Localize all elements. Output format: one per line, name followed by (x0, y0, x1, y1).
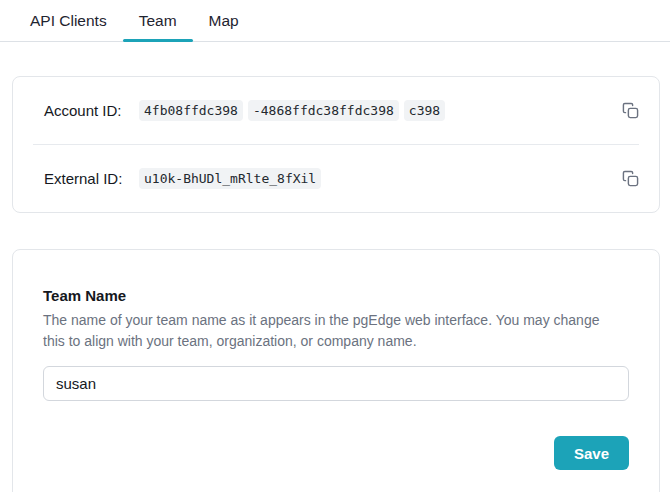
save-button[interactable]: Save (554, 436, 629, 470)
external-id-value: u10k-BhUDl_mRlte_8fXil (139, 168, 617, 189)
tab-api-clients[interactable]: API Clients (14, 0, 123, 41)
account-id-row: Account ID: 4fb08ffdc398 -4868ffdc38ffdc… (13, 77, 659, 144)
team-name-input[interactable] (43, 366, 629, 401)
account-id-segment: c398 (404, 100, 445, 121)
external-id-segment: u10k-BhUDl_mRlte_8fXil (139, 168, 321, 189)
copy-icon (622, 102, 639, 119)
team-name-description: The name of your team name as it appears… (43, 310, 623, 352)
team-name-title: Team Name (43, 287, 629, 304)
account-id-label: Account ID: (44, 102, 139, 119)
external-id-row: External ID: u10k-BhUDl_mRlte_8fXil (13, 145, 659, 212)
ids-card: Account ID: 4fb08ffdc398 -4868ffdc38ffdc… (12, 76, 660, 213)
account-id-value: 4fb08ffdc398 -4868ffdc38ffdc398 c398 (139, 100, 617, 121)
tab-map[interactable]: Map (193, 0, 255, 41)
copy-account-id-button[interactable] (617, 98, 643, 124)
tab-team[interactable]: Team (123, 0, 193, 41)
account-id-segment: -4868ffdc38ffdc398 (248, 100, 399, 121)
copy-icon (622, 170, 639, 187)
external-id-label: External ID: (44, 170, 139, 187)
account-id-segment: 4fb08ffdc398 (139, 100, 243, 121)
tab-bar: API Clients Team Map (0, 0, 670, 42)
copy-external-id-button[interactable] (617, 166, 643, 192)
save-row: Save (43, 436, 629, 470)
team-name-card: Team Name The name of your team name as … (12, 249, 660, 492)
